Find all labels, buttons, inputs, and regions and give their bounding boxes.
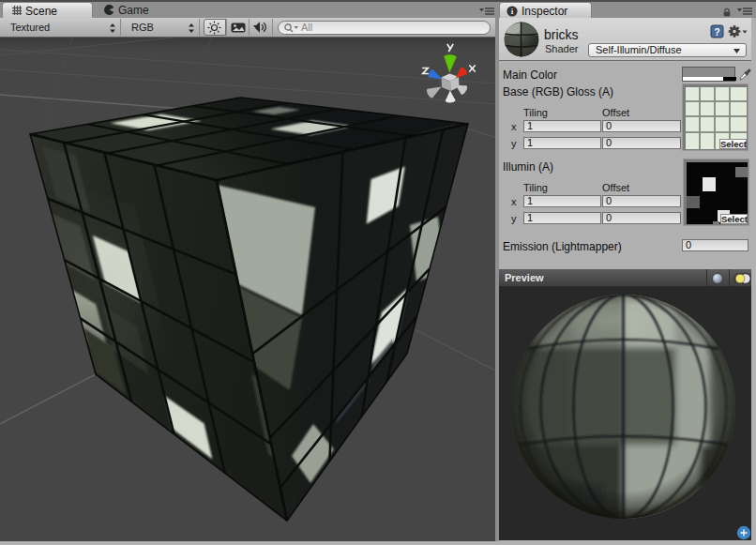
svg-text:?: ? — [714, 27, 719, 38]
